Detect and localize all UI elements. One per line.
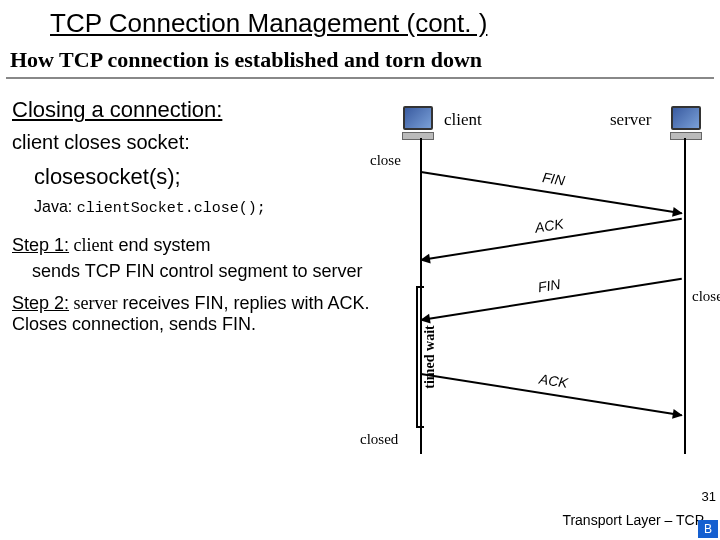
- server-lifeline: [684, 138, 686, 454]
- closing-header: Closing a connection:: [12, 97, 372, 123]
- msg-fin1-label: FIN: [422, 150, 685, 207]
- step2-heading: Step 2: server receives FIN, replies wit…: [12, 293, 372, 335]
- step2-server: server: [69, 293, 117, 313]
- msg-fin1: FIN: [420, 164, 683, 221]
- java-code: clientSocket.close();: [77, 200, 266, 217]
- left-column: Closing a connection: client closes sock…: [12, 97, 372, 335]
- server-close-event: close: [692, 288, 720, 305]
- timed-wait-label: timed wait: [422, 325, 438, 388]
- msg-ack1-label: ACK: [418, 197, 681, 254]
- page-number: 31: [702, 489, 716, 504]
- client-computer-icon: [400, 106, 436, 136]
- msg-ack2-label: ACK: [422, 352, 685, 409]
- msg-fin2-label: FIN: [418, 257, 681, 314]
- step2-label: Step 2:: [12, 293, 69, 313]
- step1-tail: end system: [114, 235, 211, 255]
- client-closes-text: client closes socket:: [12, 131, 372, 154]
- sequence-diagram: client server close close closed FIN ACK…: [380, 106, 710, 486]
- client-close-event: close: [370, 152, 401, 169]
- slide-subtitle: How TCP connection is established and to…: [6, 45, 714, 75]
- msg-ack1: ACK: [420, 211, 683, 268]
- badge: B: [698, 520, 718, 538]
- client-label: client: [444, 110, 482, 130]
- timed-wait-bracket: timed wait: [406, 286, 420, 428]
- closesocket-call: closesocket(s);: [34, 164, 372, 190]
- java-prefix: Java:: [34, 198, 77, 215]
- server-label: server: [610, 110, 652, 130]
- client-closed-event: closed: [360, 431, 398, 448]
- msg-fin2: FIN: [420, 271, 683, 328]
- msg-ack2: ACK: [420, 366, 683, 423]
- step1-label: Step 1:: [12, 235, 69, 255]
- java-line: Java: clientSocket.close();: [34, 198, 372, 217]
- step1-client: client: [69, 235, 113, 255]
- step1-heading: Step 1: client end system: [12, 235, 372, 256]
- subtitle-wrap: How TCP connection is established and to…: [6, 45, 714, 81]
- step1-body: sends TCP FIN control segment to server: [32, 260, 372, 283]
- server-computer-icon: [668, 106, 704, 136]
- slide-title: TCP Connection Management (cont. ): [0, 0, 720, 43]
- footer-text: Transport Layer – TCP: [562, 512, 704, 528]
